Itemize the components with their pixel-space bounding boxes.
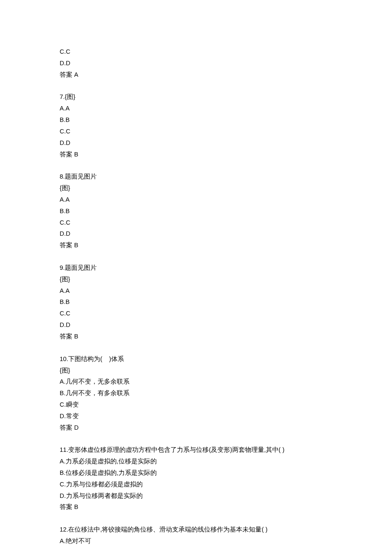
option-line: A.A [60,194,332,205]
answer-line: 答案 D [60,422,332,434]
option-line: A.绝对不可 [60,535,332,547]
question-block: 12.在位移法中,将铰接端的角位移、滑动支承端的线位移作为基本未知量( ) A.… [60,524,332,547]
question-block: 7.{图} A.A B.B C.C D.D 答案 B [60,91,332,160]
option-line: B.B [60,205,332,217]
answer-line: 答案 A [60,69,332,81]
figure-placeholder: {图} [60,365,332,376]
option-line: A.几何不变，无多余联系 [60,376,332,387]
option-line: C.C [60,46,332,58]
option-line: A.A [60,285,332,297]
question-stem: 10.下图结构为( )体系 [60,353,332,365]
question-block: C.C D.D 答案 A [60,46,332,80]
option-line: D.D [60,228,332,240]
option-line: B.位移必须是虚拟的,力系是实际的 [60,467,332,479]
answer-line: 答案 B [60,501,332,513]
option-line: C.C [60,217,332,228]
question-block: 11.变形体虚位移原理的虚功方程中包含了力系与位移(及变形)两套物理量,其中( … [60,444,332,513]
option-line: B.B [60,296,332,308]
option-line: C.瞬变 [60,399,332,410]
option-line: D.力系与位移两者都是实际的 [60,490,332,502]
figure-placeholder: {图} [60,182,332,194]
question-stem: 8.题面见图片 [60,171,332,182]
question-stem: 7.{图} [60,91,332,103]
answer-line: 答案 B [60,331,332,342]
figure-placeholder: {图} [60,274,332,285]
option-line: D.D [60,58,332,69]
option-line: D.常变 [60,410,332,422]
option-line: B.B [60,114,332,126]
question-stem: 9.题面见图片 [60,262,332,274]
answer-line: 答案 B [60,240,332,251]
option-line: D.D [60,319,332,331]
option-line: C.力系与位移都必须是虚拟的 [60,479,332,490]
option-line: D.D [60,137,332,149]
document-page: C.C D.D 答案 A 7.{图} A.A B.B C.C D.D 答案 B … [0,0,392,555]
option-line: C.C [60,126,332,137]
option-line: A.A [60,103,332,114]
option-line: A.力系必须是虚拟的,位移是实际的 [60,456,332,467]
option-line: B.几何不变，有多余联系 [60,387,332,399]
question-block: 9.题面见图片 {图} A.A B.B C.C D.D 答案 B [60,262,332,342]
answer-line: 答案 B [60,149,332,160]
option-line: C.C [60,308,332,319]
question-block: 8.题面见图片 {图} A.A B.B C.C D.D 答案 B [60,171,332,251]
question-stem: 11.变形体虚位移原理的虚功方程中包含了力系与位移(及变形)两套物理量,其中( … [60,444,332,456]
question-stem: 12.在位移法中,将铰接端的角位移、滑动支承端的线位移作为基本未知量( ) [60,524,332,535]
question-block: 10.下图结构为( )体系 {图} A.几何不变，无多余联系 B.几何不变，有多… [60,353,332,434]
